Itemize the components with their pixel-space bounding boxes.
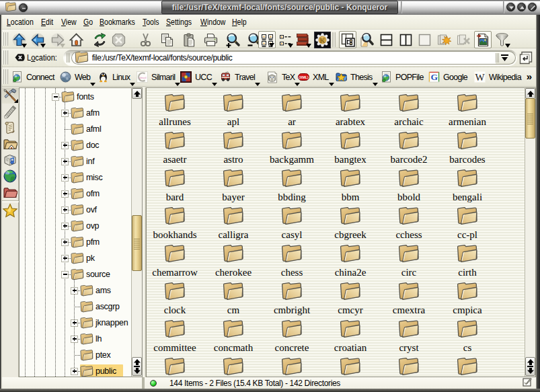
folder-item-cirth[interactable]: cirth xyxy=(438,244,496,278)
menu-settings[interactable]: Settings xyxy=(166,15,192,28)
up-button[interactable] xyxy=(10,31,28,48)
tree-item-misc[interactable]: misc xyxy=(71,169,110,186)
reload-button[interactable] xyxy=(91,31,109,48)
folder-item-bayer[interactable]: bayer xyxy=(204,169,262,202)
menu-tools[interactable]: Tools xyxy=(143,15,159,28)
bookmark-travel[interactable]: Travel xyxy=(220,69,255,85)
folder-item[interactable] xyxy=(146,357,204,377)
folder-item-armenian[interactable]: armenian xyxy=(438,93,496,127)
folder-item-clock[interactable]: clock xyxy=(146,282,204,315)
folder-item-bard[interactable]: bard xyxy=(146,169,204,202)
tree-item-ovf[interactable]: ovf xyxy=(71,202,104,218)
tree-item-fonts[interactable]: fonts xyxy=(61,89,101,105)
toolbar-grip[interactable] xyxy=(3,32,9,46)
bookmark-linux[interactable]: Linux xyxy=(98,69,130,85)
tree-expander-plus[interactable] xyxy=(61,158,69,165)
folder-item[interactable] xyxy=(263,357,321,377)
forward-button[interactable] xyxy=(48,31,66,48)
sidebar-tab-root-folder[interactable] xyxy=(2,184,19,200)
tree-expander-plus[interactable] xyxy=(71,368,78,375)
folder-item-chemarrow[interactable]: chemarrow xyxy=(146,244,204,278)
bookmark-web[interactable]: Web xyxy=(60,69,90,85)
home-button[interactable] xyxy=(68,31,85,48)
folder-item-china2e[interactable]: china2e xyxy=(321,244,379,278)
tree-item-jknappen[interactable]: jknappen xyxy=(80,315,131,331)
folder-item-bbding[interactable]: bbding xyxy=(263,169,321,202)
sidebar-tab-services[interactable] xyxy=(2,152,19,168)
tree-expander-plus[interactable] xyxy=(61,223,69,230)
tree-expander-plus[interactable] xyxy=(61,174,69,182)
cut-button[interactable] xyxy=(137,31,155,48)
bookmark-wikipedia[interactable]: WWikipedia xyxy=(474,69,521,85)
location-combo[interactable]: file:/usr/TeX/texmf-local/fonts/source/p… xyxy=(63,50,517,66)
location-toolbar-grip[interactable] xyxy=(3,50,9,65)
bookmark-overflow-chevron[interactable]: » xyxy=(527,71,532,82)
konqueror-gear-button[interactable]: K xyxy=(313,31,331,48)
tree-expander-plus[interactable] xyxy=(71,287,78,295)
sidebar-tab-tools[interactable] xyxy=(2,87,19,104)
split-view-left-right-button[interactable] xyxy=(397,31,414,48)
folder-item-cmcyr[interactable]: cmcyr xyxy=(321,282,379,315)
tree-expander-plus[interactable] xyxy=(61,142,69,149)
tree-item-ams[interactable]: ams xyxy=(80,282,118,299)
clear-location-icon[interactable] xyxy=(15,53,25,62)
bookmark-popfile[interactable]: POPFile xyxy=(381,69,424,85)
print-button[interactable] xyxy=(202,31,219,48)
folder-item-barcodes[interactable]: barcodes xyxy=(438,131,496,165)
tree-item-lh[interactable]: lh xyxy=(80,331,108,347)
menu-window[interactable]: Window xyxy=(200,15,225,28)
folder-item-bangtex[interactable]: bangtex xyxy=(321,131,379,165)
tree-expander-plus[interactable] xyxy=(61,255,69,262)
tree-item-ofm[interactable]: ofm xyxy=(71,186,106,202)
location-value[interactable]: file:/usr/TeX/texmf-local/fonts/source/p… xyxy=(92,53,233,63)
zoom-in-button[interactable] xyxy=(224,31,241,48)
sidebar-tab-bookmarks[interactable] xyxy=(2,104,19,120)
sidebar-tab-history[interactable] xyxy=(2,120,19,136)
folder-item-asaetr[interactable]: asaetr xyxy=(146,131,204,165)
folder-item[interactable] xyxy=(321,357,379,377)
tree-item-pfm[interactable]: pfm xyxy=(71,234,106,250)
tree-item-source[interactable]: source xyxy=(71,266,117,282)
menu-bookmarks[interactable]: Bookmarks xyxy=(100,15,135,28)
folder-item[interactable] xyxy=(380,357,438,377)
bookmark-toolbar-grip[interactable] xyxy=(3,69,9,84)
icon-view-button[interactable] xyxy=(258,31,276,48)
text-view-button[interactable] xyxy=(295,31,312,48)
bookmark-google[interactable]: GGoogle xyxy=(428,69,467,85)
folder-item-croatian[interactable]: croatian xyxy=(321,319,379,353)
tree-expander-minus[interactable] xyxy=(61,271,69,278)
folder-item[interactable] xyxy=(204,357,262,377)
folder-item-apl[interactable]: apl xyxy=(204,93,262,127)
sidebar-tab-network[interactable] xyxy=(2,168,19,184)
bookmark-connect[interactable]: Connect xyxy=(11,69,54,85)
folder-item-astro[interactable]: astro xyxy=(204,131,262,165)
tree-expander-plus[interactable] xyxy=(61,206,69,214)
folder-item-circ[interactable]: circ xyxy=(380,244,438,278)
tree-expander-plus[interactable] xyxy=(61,190,69,198)
scroll-updown-button[interactable] xyxy=(132,357,142,376)
folder-item-bookhands[interactable]: bookhands xyxy=(146,206,204,240)
bookmark-silmaril[interactable]: silmarilSilmaril xyxy=(137,69,175,85)
tree-expander-plus[interactable] xyxy=(71,336,78,343)
menu-go[interactable]: Go xyxy=(83,15,93,28)
folder-item-barcode2[interactable]: barcode2 xyxy=(380,131,438,165)
scroll-up-button[interactable] xyxy=(132,88,142,99)
folder-item-casyl[interactable]: casyl xyxy=(263,206,321,240)
show-navigation-panel-button[interactable] xyxy=(339,31,356,48)
list-view-button[interactable] xyxy=(276,31,294,48)
folder-item-archaic[interactable]: archaic xyxy=(380,93,438,127)
folder-item-cbgreek[interactable]: cbgreek xyxy=(321,206,379,240)
folder-item-cchess[interactable]: cchess xyxy=(380,206,438,240)
folder-item-cmextra[interactable]: cmextra xyxy=(380,282,438,315)
tree-item-afm[interactable]: afm xyxy=(71,105,106,121)
tree-item-public[interactable]: public xyxy=(80,363,123,377)
menu-edit[interactable]: Edit xyxy=(41,15,53,28)
filter-button[interactable] xyxy=(494,31,511,48)
tree-expander-plus[interactable] xyxy=(61,110,69,117)
folder-item-arabtex[interactable]: arabtex xyxy=(321,93,379,127)
folder-item-calligra[interactable]: calligra xyxy=(204,206,262,240)
folder-item-chess[interactable]: chess xyxy=(263,244,321,278)
bookmark-tex[interactable]: TeX xyxy=(266,69,295,85)
tree-item-inf[interactable]: inf xyxy=(71,153,101,169)
maximize-button[interactable] xyxy=(517,3,526,11)
